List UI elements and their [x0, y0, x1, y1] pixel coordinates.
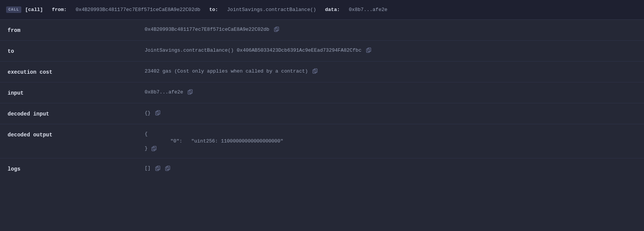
decoded-input-copy-icon[interactable]: [155, 110, 161, 115]
input-row: input 0x8b7...afe2e: [0, 82, 644, 103]
header-data-value: 0x8b7...afe2e: [349, 7, 387, 13]
logs-text: []: [145, 165, 151, 171]
decoded-output-close-brace: }: [145, 146, 148, 151]
decoded-output-close-line: }: [145, 146, 283, 151]
to-label-text: to: [8, 48, 14, 54]
decoded-input-text: {}: [145, 110, 151, 116]
logs-value: []: [145, 165, 636, 171]
execution-cost-value: 23402 gas (Cost only applies when called…: [145, 68, 636, 74]
decoded-output-open-brace: {: [145, 131, 283, 137]
decoded-input-row: decoded input {}: [0, 103, 644, 124]
decoded-output-entry-key: "0":: [171, 138, 182, 144]
logs-label: logs: [8, 165, 145, 172]
to-row: to JointSavings.contractBalance() 0x406A…: [0, 41, 644, 62]
logs-row: logs []: [0, 158, 644, 179]
decoded-input-label: decoded input: [8, 110, 145, 117]
header-from-address: 0x4B20993Bc481177ec7E8f571ceCaE8A9e22C02…: [76, 7, 201, 13]
to-addr: 0x406AB5033423Dcb6391Ac9eEEad73294FA82Cf…: [237, 47, 362, 53]
to-func: JointSavings.contractBalance(): [145, 47, 234, 53]
logs-copy-icon-2[interactable]: [165, 166, 171, 171]
header-text: [call] from: 0x4B20993Bc481177ec7E8f571c…: [25, 7, 387, 13]
decoded-input-value: {}: [145, 110, 636, 116]
header-from-label: from:: [52, 7, 67, 13]
input-label: input: [8, 89, 145, 96]
logs-copy-icon-1[interactable]: [155, 166, 161, 171]
execution-cost-copy-icon[interactable]: [312, 68, 318, 74]
to-copy-icon[interactable]: [366, 47, 371, 53]
input-value: 0x8b7...afe2e: [145, 89, 636, 95]
call-badge: CALL: [6, 6, 21, 13]
header-data-label: data:: [325, 7, 340, 13]
execution-cost-row: execution cost 23402 gas (Cost only appl…: [0, 62, 644, 82]
decoded-output-entry-val: "uint256: 11000000000000000000": [191, 138, 283, 144]
decoded-output-copy-icon[interactable]: [151, 146, 157, 151]
from-copy-icon[interactable]: [274, 27, 279, 32]
execution-cost-text: 23402 gas (Cost only applies when called…: [145, 68, 308, 74]
header-to-value: JointSavings.contractBalance(): [227, 7, 316, 13]
from-row: from 0x4B20993Bc481177ec7E8f571ceCaE8A9e…: [0, 20, 644, 41]
from-label: from: [8, 27, 145, 33]
header-bar: CALL [call] from: 0x4B20993Bc481177ec7E8…: [0, 0, 644, 20]
decoded-output-row: decoded output { "0": "uint256: 11000000…: [0, 124, 644, 158]
execution-cost-label: execution cost: [8, 68, 145, 75]
to-value: JointSavings.contractBalance() 0x406AB50…: [145, 47, 636, 53]
decoded-output-value: { "0": "uint256: 11000000000000000000" }: [145, 131, 636, 151]
input-copy-icon[interactable]: [188, 89, 193, 95]
content: from 0x4B20993Bc481177ec7E8f571ceCaE8A9e…: [0, 20, 644, 179]
from-value: 0x4B20993Bc481177ec7E8f571ceCaE8A9e22C02…: [145, 27, 636, 32]
to-label-actual: to: [8, 47, 145, 54]
header-to-label: to:: [209, 7, 218, 13]
header-call-label: [call]: [25, 7, 43, 13]
decoded-output-label: decoded output: [8, 131, 145, 138]
from-address: 0x4B20993Bc481177ec7E8f571ceCaE8A9e22C02…: [145, 27, 269, 32]
decoded-output-block: { "0": "uint256: 11000000000000000000" }: [145, 131, 283, 151]
decoded-output-entry: "0": "uint256: 11000000000000000000": [145, 138, 283, 144]
input-text: 0x8b7...afe2e: [145, 89, 183, 95]
